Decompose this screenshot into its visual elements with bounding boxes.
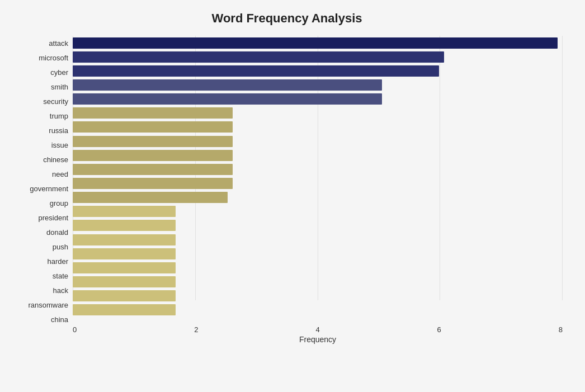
bar [73,206,176,217]
bars-section: 02468 Frequency [73,36,563,344]
bar-row [73,163,563,176]
x-tick-label: 2 [194,325,198,334]
y-label: issue [51,141,68,149]
x-tick-label: 4 [315,325,319,334]
y-label: security [43,98,68,105]
y-label: harder [47,258,68,265]
y-label: russia [49,127,68,134]
bar-row [73,205,563,218]
bar-row [73,65,563,77]
bar-row [73,262,563,274]
bar-row [73,51,563,63]
y-label: ransomware [28,301,68,309]
x-tick-label: 6 [437,325,441,334]
y-label: smith [51,83,68,91]
bar [73,65,439,77]
y-label: group [50,200,68,207]
y-labels: attackmicrosoftcybersmithsecuritytrumpru… [11,36,73,344]
x-axis: 02468 [73,317,563,334]
bar [73,136,233,147]
chart-title: Word Frequency Analysis [11,11,563,26]
bar [73,192,228,203]
y-label: need [52,171,68,178]
bar [73,178,233,189]
chart-container: Word Frequency Analysis attackmicrosoftc… [0,0,585,392]
bar [73,276,176,287]
chart-area: attackmicrosoftcybersmithsecuritytrumpru… [11,36,563,344]
y-label: microsoft [39,54,68,62]
y-label: push [53,243,68,251]
y-label: trump [50,112,68,120]
bar-row [73,149,563,162]
bar-row [73,276,563,288]
y-label: attack [49,40,68,47]
bar [73,234,176,245]
bar [73,121,233,133]
bar [73,248,176,259]
bar [73,150,233,161]
x-tick-label: 8 [559,325,563,334]
y-label: state [53,272,68,280]
x-axis-label: Frequency [73,335,563,344]
y-label: chinese [43,156,68,163]
bar-row [73,177,563,190]
bar-row [73,107,563,119]
bar-row [73,304,563,316]
bar [73,93,382,105]
bar-row [73,234,563,246]
bar [73,304,176,315]
bar [73,79,382,91]
bar-row [73,135,563,148]
bar-row [73,37,563,49]
bar [73,290,176,301]
y-label: donald [46,229,68,236]
bar-row [73,93,563,105]
bar [73,220,176,231]
bars-wrapper [73,36,563,317]
bar-row [73,79,563,91]
y-label: china [51,316,68,323]
bar-row [73,121,563,133]
bar [73,262,176,273]
bar-row [73,191,563,204]
bar-row [73,248,563,260]
x-tick-label: 0 [73,325,77,334]
bar [73,51,444,63]
y-label: hack [53,287,68,294]
y-label: president [39,214,68,221]
bar-row [73,219,563,232]
y-label: government [30,185,68,192]
bar-row [73,290,563,302]
bar [73,107,233,119]
bar [73,37,558,49]
bar [73,164,233,175]
x-ticks: 02468 [73,323,563,334]
y-label: cyber [50,69,68,76]
